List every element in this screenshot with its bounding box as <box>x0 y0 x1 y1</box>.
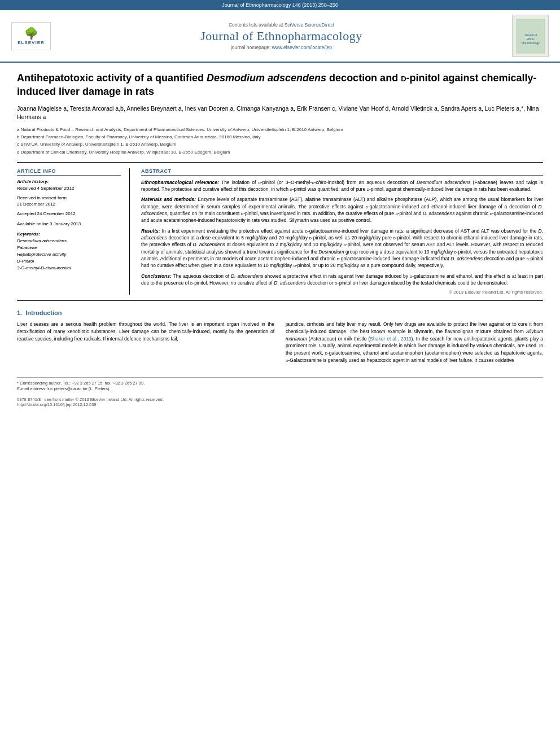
doi-line: http://dx.doi.org/10.1016/j.jep.2012.12.… <box>17 402 543 407</box>
history-label: Article history: <box>17 179 121 184</box>
intro-body: Liver diseases are a serious health prob… <box>17 321 543 369</box>
keyword-4: D-Pinitol <box>17 258 121 265</box>
svg-text:pharmacology: pharmacology <box>522 41 540 45</box>
homepage-url[interactable]: www.elsevier.com/locate/jep <box>272 45 332 50</box>
article-info-column: ARTICLE INFO Article history: Received 4… <box>17 168 130 295</box>
journal-thumbnail: Journal of Ethno- pharmacology <box>512 15 549 57</box>
sciverse-line: Contents lists available at SciVerse Sci… <box>62 22 501 28</box>
elsevier-name-text: ELSEVIER <box>18 40 45 45</box>
abstract-column: ABSTRACT Ethnopharmacological relevance:… <box>141 168 543 295</box>
svg-text:Journal of: Journal of <box>524 33 537 37</box>
affil-c: c STATUA, University of Antwerp, Univers… <box>17 141 543 147</box>
abstract-para2: Materials and methods: Enzyme levels of … <box>141 196 543 224</box>
keyword-3: Hepatoprotective activity <box>17 251 121 258</box>
journal-title-area: Contents lists available at SciVerse Sci… <box>62 22 501 50</box>
main-content: Antihepatotoxic activity of a quantified… <box>0 63 560 416</box>
journal-homepage: journal homepage: www.elsevier.com/locat… <box>62 45 501 50</box>
authors-line: Joanna Magielse a, Teresita Arcoraci a,b… <box>17 104 543 123</box>
article-info-heading: ARTICLE INFO <box>17 168 121 176</box>
keyword-2: Fabaceae <box>17 244 121 251</box>
keyword-5: 3-O-methyl-D-chiro-inositol <box>17 265 121 272</box>
issn-line: 0378-8741/$ - see front matter © 2013 El… <box>17 397 543 402</box>
intro-col-right: jaundice, cirrhosis and fatty liver may … <box>286 321 543 369</box>
abstract-para3: Results: In a first experiment evaluatin… <box>141 228 543 269</box>
svg-text:Ethno-: Ethno- <box>526 37 535 41</box>
affil-d: d Department of Clinical Chemistry, Univ… <box>17 149 543 155</box>
bottom-identifiers: 0378-8741/$ - see front matter © 2013 El… <box>17 397 543 407</box>
intro-col-left: Liver diseases are a serious health prob… <box>17 321 274 369</box>
affil-a: a Natural Products & Food – Research and… <box>17 126 543 133</box>
article-info-abstract-section: ARTICLE INFO Article history: Received 4… <box>17 162 543 301</box>
footnote-star: * Corresponding author. Tel.: +32 3 265 … <box>17 381 543 387</box>
elsevier-tree-icon: 🌳 <box>24 27 38 40</box>
affiliations: a Natural Products & Food – Research and… <box>17 126 543 155</box>
paper-title: Antihepatotoxic activity of a quantified… <box>17 71 543 99</box>
elsevier-logo: 🌳 ELSEVIER <box>11 22 51 50</box>
footnote-area: * Corresponding author. Tel.: +32 3 265 … <box>17 377 543 392</box>
affil-b: b Department Farmaco-Biologico, Faculty … <box>17 134 543 140</box>
elsevier-logo-area: 🌳 ELSEVIER <box>11 22 51 50</box>
intro-text-left: Liver diseases are a serious health prob… <box>17 321 274 342</box>
journal-header: 🌳 ELSEVIER Contents lists available at S… <box>0 10 560 63</box>
journal-citation-text: Journal of Ethnopharmacology 146 (2013) … <box>222 2 338 8</box>
footnote-email: E-mail address: luc.pieters@ua.ac.be (L.… <box>17 386 543 392</box>
accepted-date: Accepted 24 December 2012 <box>17 211 121 217</box>
introduction-section: 1. Introduction Liver diseases are a ser… <box>17 309 543 369</box>
keywords-label: Keywords: <box>17 231 121 237</box>
keyword-1: Desmodium adscendens <box>17 238 121 244</box>
shaker-ref[interactable]: Shaker et al., 2010 <box>370 336 411 342</box>
abstract-para1: Ethnopharmacological relevance: The isol… <box>141 179 543 193</box>
journal-citation-bar: Journal of Ethnopharmacology 146 (2013) … <box>0 0 560 10</box>
sciverse-link[interactable]: SciVerse ScienceDirect <box>285 22 334 28</box>
available-date: Available online 3 January 2013 <box>17 221 121 227</box>
copyright-text: © 2013 Elsevier Ireland Ltd. All rights … <box>141 290 543 295</box>
intro-section-title: 1. Introduction <box>17 309 543 316</box>
revised-date: Received in revised form21 December 2012 <box>17 195 121 207</box>
abstract-para4: Conclusions: The aqueous decoction of D.… <box>141 273 543 287</box>
abstract-heading: ABSTRACT <box>141 168 543 176</box>
intro-text-right: jaundice, cirrhosis and fatty liver may … <box>286 321 543 364</box>
received-date: Received 4 September 2012 <box>17 185 121 191</box>
journal-title: Journal of Ethnopharmacology <box>62 29 501 43</box>
